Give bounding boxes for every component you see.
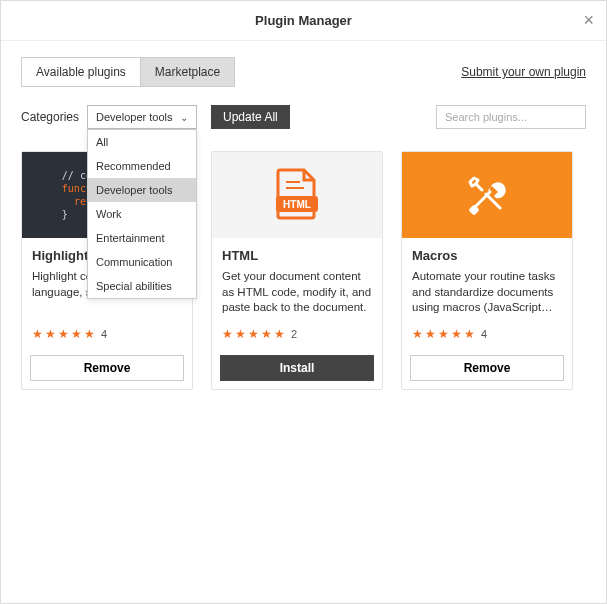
dropdown-item-special-abilities[interactable]: Special abilities — [88, 274, 196, 298]
rating-count: 2 — [291, 328, 297, 340]
rating-count: 4 — [481, 328, 487, 340]
categories-selected-value: Developer tools — [96, 111, 172, 123]
star-icon: ★ — [438, 327, 449, 341]
plugin-manager-window: Plugin Manager × Available plugins Marke… — [0, 0, 607, 604]
categories-dropdown: Developer tools ⌄ All Recommended Develo… — [87, 105, 197, 129]
dropdown-item-all[interactable]: All — [88, 130, 196, 154]
tab-row: Available plugins Marketplace Submit you… — [21, 57, 586, 87]
dropdown-item-developer-tools[interactable]: Developer tools — [88, 178, 196, 202]
content-area: Available plugins Marketplace Submit you… — [1, 41, 606, 603]
dropdown-item-work[interactable]: Work — [88, 202, 196, 226]
tab-marketplace[interactable]: Marketplace — [140, 57, 235, 87]
categories-dropdown-button[interactable]: Developer tools ⌄ — [87, 105, 197, 129]
remove-button[interactable]: Remove — [30, 355, 184, 381]
submit-plugin-link[interactable]: Submit your own plugin — [461, 65, 586, 79]
star-icon: ★ — [412, 327, 423, 341]
plugin-title: HTML — [222, 248, 372, 263]
titlebar: Plugin Manager × — [1, 1, 606, 41]
star-icon: ★ — [425, 327, 436, 341]
search-input[interactable] — [436, 105, 586, 129]
dropdown-item-entertainment[interactable]: Entertainment — [88, 226, 196, 250]
plugin-title: Macros — [412, 248, 562, 263]
plugin-rating: ★ ★ ★ ★ ★ 4 — [32, 327, 182, 341]
update-all-button[interactable]: Update All — [211, 105, 290, 129]
plugin-description: Automate your routine tasks and standard… — [412, 269, 562, 317]
plugin-card-macros: Macros Automate your routine tasks and s… — [401, 151, 573, 390]
chevron-down-icon: ⌄ — [180, 112, 188, 123]
toolbar: Categories Developer tools ⌄ All Recomme… — [21, 105, 586, 129]
star-icon: ★ — [274, 327, 285, 341]
svg-text:HTML: HTML — [283, 199, 311, 210]
tab-available-plugins[interactable]: Available plugins — [21, 57, 140, 87]
window-title: Plugin Manager — [255, 13, 352, 28]
html-file-icon: HTML — [274, 168, 320, 223]
star-icon: ★ — [32, 327, 43, 341]
star-icon: ★ — [45, 327, 56, 341]
star-icon: ★ — [84, 327, 95, 341]
plugin-card-html: HTML HTML Get your document content as H… — [211, 151, 383, 390]
star-icon: ★ — [464, 327, 475, 341]
close-icon[interactable]: × — [583, 11, 594, 29]
star-icon: ★ — [58, 327, 69, 341]
categories-dropdown-menu: All Recommended Developer tools Work Ent… — [87, 129, 197, 299]
rating-count: 4 — [101, 328, 107, 340]
plugin-thumb-html: HTML — [212, 152, 382, 238]
star-icon: ★ — [248, 327, 259, 341]
plugin-rating: ★ ★ ★ ★ ★ 4 — [412, 327, 562, 341]
plugin-thumb-macros — [402, 152, 572, 238]
tools-icon — [460, 168, 514, 222]
dropdown-item-recommended[interactable]: Recommended — [88, 154, 196, 178]
star-icon: ★ — [71, 327, 82, 341]
dropdown-item-communication[interactable]: Communication — [88, 250, 196, 274]
plugin-card-body: Macros Automate your routine tasks and s… — [402, 238, 572, 349]
install-button[interactable]: Install — [220, 355, 374, 381]
categories-label: Categories — [21, 110, 79, 124]
remove-button[interactable]: Remove — [410, 355, 564, 381]
plugin-rating: ★ ★ ★ ★ ★ 2 — [222, 327, 372, 341]
star-icon: ★ — [451, 327, 462, 341]
star-icon: ★ — [222, 327, 233, 341]
star-icon: ★ — [261, 327, 272, 341]
plugin-card-body: HTML Get your document content as HTML c… — [212, 238, 382, 349]
plugin-description: Get your document content as HTML code, … — [222, 269, 372, 317]
star-icon: ★ — [235, 327, 246, 341]
